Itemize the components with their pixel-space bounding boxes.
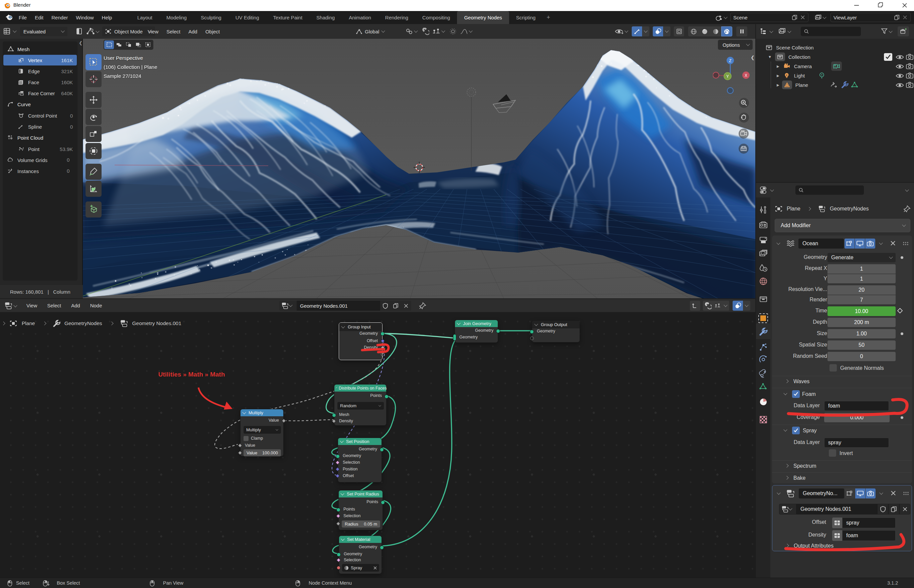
svg-text:X: X <box>744 73 747 78</box>
svg-text:Y: Y <box>726 74 729 79</box>
svg-text:Z: Z <box>729 58 731 63</box>
